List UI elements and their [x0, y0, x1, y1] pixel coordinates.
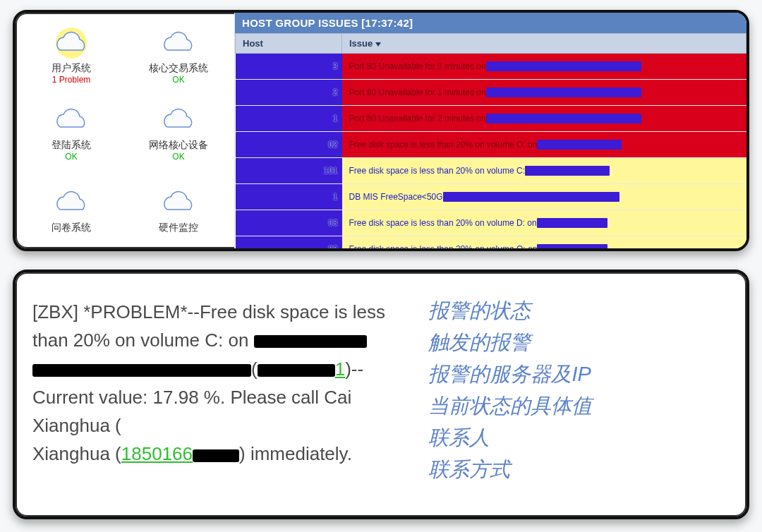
issue-cell[interactable]: Free disk space is less than 20% on volu…: [342, 158, 746, 184]
host-suffix: 1: [333, 192, 338, 202]
cloud-icon: [46, 187, 97, 219]
redacted-url: [32, 364, 251, 377]
redacted-bar: [486, 61, 641, 71]
table-row[interactable]: 101Free disk space is less than 20% on v…: [236, 158, 746, 184]
sort-desc-icon: [375, 42, 381, 47]
issue-message: Free disk space is less than 20% on volu…: [349, 244, 538, 251]
redacted-host: [254, 335, 367, 348]
issue-cell[interactable]: Free disk space is less than 20% on volu…: [342, 210, 746, 236]
alert-phone-partial[interactable]: 1850166: [121, 443, 193, 464]
status-item-core-trading[interactable]: 核心交易系统 OK: [126, 18, 231, 94]
issue-cell[interactable]: DB MIS FreeSpace<50G: [342, 184, 746, 210]
issues-tbody: 3Port 80 Unavailable for 3 minutes on 2P…: [236, 54, 746, 252]
dashboard-panel: 用户系统 1 Problem 核心交易系统 OK 登陆系统 OK 网络核心设备 …: [13, 10, 749, 251]
alert-visible-digit: 1: [335, 358, 345, 380]
column-header-host-label: Host: [243, 38, 263, 49]
table-row[interactable]: 03Free disk space is less than 20% on vo…: [236, 210, 746, 236]
table-row[interactable]: 3Port 80 Unavailable for 3 minutes on: [236, 54, 746, 80]
alert-paren-close: )--: [345, 358, 363, 380]
host-suffix: 02: [328, 140, 337, 150]
redacted-phone-tail: [193, 449, 239, 462]
issue-message: Free disk space is less than 20% on volu…: [349, 218, 537, 228]
cloud-icon: [153, 28, 204, 59]
status-item-hardware-monitor[interactable]: 硬件监控: [126, 173, 231, 248]
status-sublabel: OK: [65, 152, 77, 162]
issue-message: Free disk space is less than 20% on volu…: [349, 140, 538, 150]
column-header-host[interactable]: Host: [236, 34, 342, 54]
table-row[interactable]: 02Free disk space is less than 20% on vo…: [236, 132, 746, 158]
table-row[interactable]: 02Free disk space is less than 20% on vo…: [236, 236, 746, 252]
issues-table: Host Issue 3Port 80 Unavailable for 3 mi…: [235, 33, 746, 251]
status-sublabel: 1 Problem: [52, 75, 91, 85]
legend-line: 联系人: [428, 422, 730, 454]
redacted-bar: [443, 192, 619, 202]
host-cell[interactable]: 3: [236, 54, 342, 80]
issue-cell[interactable]: Port 80 Unavailable for 3 minutes on: [342, 54, 746, 80]
status-label: 网络核心设备: [149, 139, 208, 152]
issues-title: HOST GROUP ISSUES [17:37:42]: [235, 13, 746, 33]
issue-cell[interactable]: Port 80 Unavailable for 2 minutes on: [342, 106, 746, 132]
issue-message: Port 80 Unavailable for 3 minutes on: [349, 61, 486, 71]
issue-message: DB MIS FreeSpace<50G: [349, 192, 443, 202]
legend-line: 报警的服务器及IP: [428, 358, 730, 390]
alert-legend: 报警的状态 触发的报警 报警的服务器及IP 当前状态的具体值 联系人 联系方式: [428, 294, 730, 495]
status-label: 用户系统: [52, 62, 91, 75]
legend-line: 当前状态的具体值: [428, 390, 730, 422]
legend-line: 触发的报警: [428, 327, 730, 358]
status-item-survey-system[interactable]: 问卷系统: [18, 173, 124, 248]
alert-current-label: Current value:: [32, 387, 153, 408]
host-cell[interactable]: 1: [236, 106, 342, 132]
column-header-issue-label: Issue: [349, 38, 373, 49]
alert-message: [ZBX] *PROBLEM*--Free disk space is less…: [32, 294, 411, 495]
host-suffix: 02: [328, 244, 337, 251]
host-suffix: 2: [333, 87, 338, 97]
host-cell[interactable]: 2: [236, 80, 342, 106]
redacted-bar: [486, 87, 641, 97]
host-cell[interactable]: 02: [236, 236, 342, 252]
status-label: 问卷系统: [52, 222, 91, 234]
alert-redacted-link[interactable]: [32, 358, 251, 380]
host-cell[interactable]: 02: [236, 132, 342, 158]
status-label: 硬件监控: [159, 222, 198, 234]
status-grid: 用户系统 1 Problem 核心交易系统 OK 登陆系统 OK 网络核心设备 …: [16, 13, 234, 248]
cloud-icon: [153, 104, 204, 136]
host-cell[interactable]: 1: [236, 184, 342, 210]
status-item-network-core[interactable]: 网络核心设备 OK: [126, 95, 231, 171]
legend-line: 联系方式: [428, 454, 730, 485]
redacted-bar: [537, 244, 607, 251]
issue-message: Free disk space is less than 20% on volu…: [349, 166, 525, 176]
status-item-user-system[interactable]: 用户系统 1 Problem: [18, 18, 124, 94]
issue-message: Port 80 Unavailable for 1 minutes on: [349, 87, 486, 97]
issue-cell[interactable]: Port 80 Unavailable for 1 minutes on: [342, 80, 746, 106]
status-label: 登陆系统: [52, 139, 91, 152]
column-header-issue[interactable]: Issue: [342, 34, 746, 54]
redacted-bar: [537, 140, 622, 150]
issues-widget: HOST GROUP ISSUES [17:37:42] Host Issue …: [234, 13, 746, 248]
redacted-bar: [537, 218, 607, 228]
host-cell[interactable]: 03: [236, 210, 342, 236]
status-label: 核心交易系统: [149, 62, 208, 75]
status-item-login-system[interactable]: 登陆系统 OK: [18, 95, 124, 171]
alert-paren-open: (: [251, 358, 258, 380]
status-sublabel: OK: [172, 152, 184, 162]
host-suffix: 101: [323, 166, 337, 176]
redacted-ip: [258, 364, 335, 377]
issue-message: Port 80 Unavailable for 2 minutes on: [349, 114, 486, 123]
alert-detail-panel: [ZBX] *PROBLEM*--Free disk space is less…: [13, 270, 749, 519]
alert-current-value: 17.98 %: [153, 387, 220, 408]
issue-cell[interactable]: Free disk space is less than 20% on volu…: [342, 132, 746, 158]
host-suffix: 1: [333, 114, 338, 123]
redacted-bar: [525, 166, 610, 176]
host-suffix: 3: [333, 61, 338, 71]
cloud-icon: [46, 28, 97, 59]
status-sublabel: OK: [172, 75, 184, 85]
cloud-icon: [153, 187, 204, 219]
table-row[interactable]: 1Port 80 Unavailable for 2 minutes on: [236, 106, 746, 132]
issue-cell[interactable]: Free disk space is less than 20% on volu…: [342, 236, 746, 252]
table-row[interactable]: 2Port 80 Unavailable for 1 minutes on: [236, 80, 746, 106]
table-row[interactable]: 1DB MIS FreeSpace<50G: [236, 184, 746, 210]
host-suffix: 03: [328, 218, 337, 228]
redacted-bar: [486, 114, 641, 123]
host-cell[interactable]: 101: [236, 158, 342, 184]
cloud-icon: [46, 104, 97, 136]
